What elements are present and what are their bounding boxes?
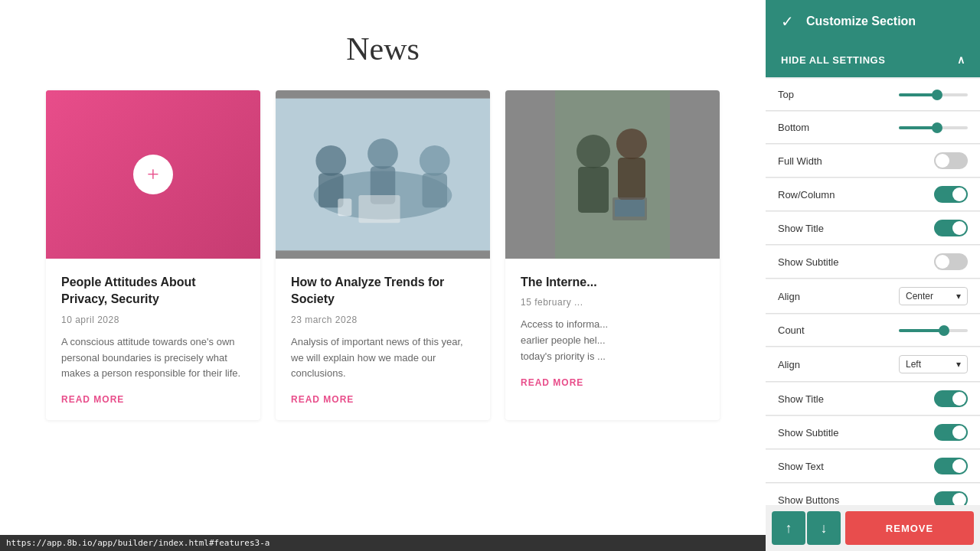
setting-label-top: Top [778, 89, 794, 100]
chevron-down-icon-2: ▾ [956, 359, 961, 370]
slider-top[interactable] [899, 93, 968, 96]
setting-row-bottom: Bottom [766, 112, 980, 144]
toggle-full-width[interactable] [934, 152, 968, 169]
setting-label-count: Count [778, 324, 805, 336]
svg-point-12 [577, 135, 610, 168]
setting-label-full-width: Full Width [778, 155, 822, 167]
setting-row-show-buttons: Show Buttons [766, 484, 980, 505]
setting-label-bottom: Bottom [778, 122, 809, 133]
dropdown-align-2-value: Left [906, 359, 921, 370]
check-icon: ✓ [781, 12, 794, 31]
svg-rect-17 [615, 200, 645, 217]
status-bar: https://app.8b.io/app/builder/index.html… [0, 535, 766, 551]
setting-row-show-title-1: Show Title [766, 212, 980, 245]
move-down-button[interactable]: ↓ [807, 511, 841, 545]
setting-label-row-column: Row/Column [778, 189, 835, 201]
svg-rect-7 [422, 173, 447, 207]
remove-button[interactable]: REMOVE [845, 511, 974, 545]
card-1-image: + [46, 90, 260, 259]
setting-label-align-2: Align [778, 359, 800, 370]
panel-footer: ↑ ↓ REMOVE [766, 505, 980, 551]
setting-row-row-column: Row/Column [766, 178, 980, 211]
card-2-body: How to Analyze Trends for Society 23 mar… [276, 259, 490, 420]
card-2-read-more[interactable]: READ MORE [291, 394, 475, 405]
card-2-date: 23 march 2028 [291, 315, 475, 325]
card-1-date: 10 april 2028 [61, 315, 245, 325]
setting-row-show-subtitle-2: Show Subtitle [766, 416, 980, 449]
card-1-title: People Attitudes About Privacy, Security [61, 274, 245, 308]
card-2-title: How to Analyze Trends for Society [291, 274, 475, 308]
news-heading: News [46, 31, 720, 67]
chevron-down-icon-1: ▾ [956, 291, 961, 302]
svg-rect-11 [555, 90, 670, 259]
card-2-image [276, 90, 490, 259]
setting-row-top: Top [766, 79, 980, 111]
toggle-show-subtitle-2[interactable] [934, 424, 968, 441]
svg-rect-13 [578, 167, 609, 213]
card-3: The Interne... 15 february ... Access to… [505, 90, 720, 420]
card-1-body: People Attitudes About Privacy, Security… [46, 259, 260, 420]
setting-row-count: Count [766, 315, 980, 347]
setting-row-full-width: Full Width [766, 145, 980, 178]
panel-header: ✓ Customize Section [766, 0, 980, 42]
slider-bottom[interactable] [899, 126, 968, 129]
card-3-body: The Interne... 15 february ... Access to… [505, 259, 720, 403]
toggle-show-title-2[interactable] [934, 390, 968, 407]
setting-label-show-buttons: Show Buttons [778, 494, 839, 506]
setting-row-align-2: Align Left ▾ [766, 347, 980, 382]
news-section: News + People Attitudes About Privacy, S… [0, 0, 766, 451]
toggle-show-text[interactable] [934, 458, 968, 474]
card-3-date: 15 february ... [521, 297, 704, 308]
add-button[interactable]: + [133, 155, 173, 194]
card-3-text: Access to informa...earlier people hel..… [521, 317, 704, 364]
dropdown-align-1[interactable]: Center ▾ [899, 287, 968, 305]
dropdown-align-1-value: Center [906, 291, 933, 302]
chevron-up-icon: ∧ [957, 54, 965, 66]
svg-point-6 [420, 145, 450, 176]
card-2-text: Analysis of important news of this year,… [291, 334, 475, 382]
svg-point-4 [368, 139, 398, 169]
dropdown-align-2[interactable]: Left ▾ [899, 355, 968, 373]
card-3-read-more[interactable]: READ MORE [521, 377, 704, 388]
main-content: News + People Attitudes About Privacy, S… [0, 0, 766, 551]
hide-btn-label: HIDE ALL SETTINGS [781, 54, 885, 66]
toggle-show-buttons[interactable] [934, 491, 968, 505]
slider-count[interactable] [899, 329, 968, 332]
settings-list: Top Bottom Full Width [766, 79, 980, 505]
svg-rect-8 [358, 195, 400, 223]
card-2: How to Analyze Trends for Society 23 mar… [276, 90, 490, 420]
svg-rect-15 [618, 158, 645, 200]
setting-label-show-title-2: Show Title [778, 393, 824, 405]
setting-row-align-1: Align Center ▾ [766, 279, 980, 314]
setting-label-align-1: Align [778, 291, 800, 302]
right-panel: ✓ Customize Section HIDE ALL SETTINGS ∧ … [766, 0, 980, 551]
cards-grid: + People Attitudes About Privacy, Securi… [46, 90, 720, 420]
toggle-row-column[interactable] [934, 186, 968, 203]
setting-label-show-text: Show Text [778, 461, 824, 472]
hide-all-settings-button[interactable]: HIDE ALL SETTINGS ∧ [766, 42, 980, 77]
toggle-show-title-1[interactable] [934, 220, 968, 236]
setting-label-show-subtitle-2: Show Subtitle [778, 427, 839, 439]
move-up-button[interactable]: ↑ [772, 511, 805, 545]
card-1-read-more[interactable]: READ MORE [61, 394, 245, 405]
setting-row-show-title-2: Show Title [766, 383, 980, 416]
card-3-image [505, 90, 720, 259]
panel-title: Customize Section [806, 15, 916, 28]
card-3-title: The Interne... [521, 274, 704, 291]
setting-row-show-subtitle-1: Show Subtitle [766, 246, 980, 279]
setting-row-show-text: Show Text [766, 450, 980, 483]
setting-label-show-title-1: Show Title [778, 223, 824, 234]
setting-label-show-subtitle-1: Show Subtitle [778, 256, 839, 268]
card-1: + People Attitudes About Privacy, Securi… [46, 90, 260, 420]
svg-point-14 [616, 129, 647, 159]
card-1-text: A conscious attitude towards one's own p… [61, 334, 245, 382]
toggle-show-subtitle-1[interactable] [934, 253, 968, 270]
svg-point-2 [315, 145, 346, 176]
svg-rect-9 [338, 199, 351, 217]
